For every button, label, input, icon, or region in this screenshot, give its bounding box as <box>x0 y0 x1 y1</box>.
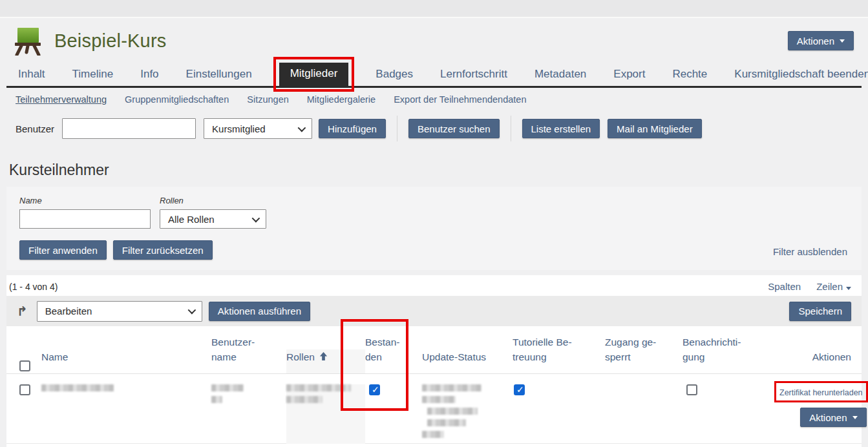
filter-name-input[interactable] <box>19 209 151 229</box>
header-actions-button[interactable]: Aktionen <box>788 31 854 50</box>
chevron-down-icon <box>187 306 196 315</box>
cell-benutzername-redacted <box>211 384 286 408</box>
liste-erstellen-label: Liste erstellen <box>531 123 591 134</box>
benutzer-suchen-label: Benutzer suchen <box>418 123 491 134</box>
cell-tutorielle-betreuung <box>513 384 605 397</box>
col-header-zugang-label: Zugang ge-sperrt <box>605 335 662 365</box>
toolbar-separator <box>511 116 511 141</box>
aktionen-ausfuehren-button[interactable]: Aktionen ausführen <box>209 302 310 321</box>
zertifikat-annotation-box: Zertifikat herunterladen <box>779 386 863 397</box>
filter-anwenden-label: Filter anwenden <box>28 245 98 256</box>
col-header-name[interactable]: Name <box>41 349 211 373</box>
filter-ausblenden-link[interactable]: Filter ausblenden <box>773 246 847 257</box>
filter-panel: Name Rollen Alle Rollen Filter anwenden … <box>6 187 862 270</box>
cell-name-redacted <box>41 384 211 396</box>
chevron-down-icon <box>852 416 858 419</box>
tab-rechte[interactable]: Rechte <box>672 64 707 86</box>
cell-update-status-redacted <box>422 384 513 442</box>
subtab-sitzungen[interactable]: Sitzungen <box>247 94 289 105</box>
members-table: (1 - 4 von 4) Spalten Zeilen ↱ Bearbeite… <box>6 275 862 447</box>
cell-benachrichtigung <box>683 384 779 397</box>
top-strip <box>0 0 868 18</box>
hinzufuegen-button[interactable]: Hinzufügen <box>319 119 386 138</box>
speichern-button[interactable]: Speichern <box>789 302 851 321</box>
tab-info[interactable]: Info <box>140 64 158 86</box>
tabbar-underline <box>6 86 862 88</box>
subtab-export-teilnehmendendaten[interactable]: Export der Teilnehmendendaten <box>394 94 526 105</box>
tab-metadaten[interactable]: Metadaten <box>535 64 586 86</box>
subtab-mitgliedergalerie[interactable]: Mitgliedergalerie <box>307 94 376 105</box>
col-header-rollen-sorted[interactable]: Rollen <box>286 349 365 373</box>
benutzer-input[interactable] <box>62 118 196 139</box>
table-row: Zertifikat herunterladen Aktionen <box>6 374 862 444</box>
cell-bestanden <box>365 384 422 397</box>
tutorielle-betreuung-checkbox[interactable] <box>514 384 525 395</box>
bulk-action-bar: ↱ Bearbeiten Aktionen ausführen Speicher… <box>6 296 862 326</box>
cell-rollen-redacted <box>286 384 365 444</box>
mail-an-mitglieder-label: Mail an Mitglieder <box>617 123 693 134</box>
filter-rollen-select[interactable]: Alle Rollen <box>160 209 266 229</box>
subtab-teilnehmerverwaltung[interactable]: Teilnehmerverwaltung <box>16 94 107 105</box>
table-header-row: Name Benutzer-name Rollen Bestan-den Upd… <box>6 326 862 374</box>
col-header-bestanden[interactable]: Bestan-den <box>365 335 422 374</box>
bulk-action-value: Bearbeiten <box>45 306 92 317</box>
tab-lernfortschritt[interactable]: Lernfortschritt <box>440 64 507 86</box>
select-all-checkbox[interactable] <box>19 360 30 371</box>
subtab-bar: Teilnehmerverwaltung Gruppenmitgliedscha… <box>16 94 862 105</box>
speichern-label: Speichern <box>798 306 842 317</box>
spalten-link[interactable]: Spalten <box>768 281 801 292</box>
col-header-benutzername[interactable]: Benutzer-name <box>211 335 286 374</box>
col-header-aktionen: Aktionen <box>779 349 862 373</box>
row-aktionen-label: Aktionen <box>809 412 847 423</box>
filter-rollen-value: Alle Rollen <box>168 214 215 225</box>
tab-bar: Inhalt Timeline Info Einstellungen Mitgl… <box>18 62 862 86</box>
col-header-tutorielle-betreuung[interactable]: Tutorielle Be-treuung <box>513 335 605 374</box>
aktionen-ausfuehren-label: Aktionen ausführen <box>218 306 301 317</box>
bestanden-checkbox[interactable] <box>369 384 380 395</box>
benachrichtigung-checkbox[interactable] <box>686 384 697 395</box>
chevron-down-icon <box>840 39 845 43</box>
zeilen-dropdown[interactable]: Zeilen <box>816 281 851 292</box>
bulk-action-select[interactable]: Bearbeiten <box>37 301 202 322</box>
benutzer-suchen-button[interactable]: Benutzer suchen <box>408 119 500 138</box>
page-header: Beispiel-Kurs Aktionen <box>0 18 868 58</box>
tab-kursmitgliedschaft-beenden[interactable]: Kursmitgliedschaft beenden <box>734 64 868 86</box>
filter-zuruecksetzen-label: Filter zurücksetzen <box>122 245 204 256</box>
row-select-checkbox[interactable] <box>19 384 30 395</box>
member-toolbar: Benutzer Kursmitglied Hinzufügen Benutze… <box>9 118 868 140</box>
apply-to-selection-icon: ↱ <box>17 304 28 319</box>
chevron-down-icon <box>252 214 260 222</box>
col-header-rollen-label: Rollen <box>286 351 315 362</box>
section-title: Kursteilnehmer <box>9 161 868 179</box>
tab-einstellungen[interactable]: Einstellungen <box>186 64 252 86</box>
course-icon <box>13 26 43 56</box>
tab-inhalt[interactable]: Inhalt <box>18 64 45 86</box>
row-aktionen-button[interactable]: Aktionen <box>800 408 866 427</box>
zertifikat-herunterladen-link[interactable]: Zertifikat herunterladen <box>779 388 863 397</box>
col-header-update-status[interactable]: Update-Status <box>422 349 513 373</box>
col-header-zugang-gesperrt[interactable]: Zugang ge-sperrt <box>605 335 683 374</box>
mail-an-mitglieder-button[interactable]: Mail an Mitglieder <box>608 119 702 138</box>
benutzer-label: Benutzer <box>16 123 54 134</box>
role-select-value: Kursmitglied <box>212 123 266 134</box>
page-title: Beispiel-Kurs <box>54 30 166 52</box>
tab-export[interactable]: Export <box>613 64 645 86</box>
sort-ascending-icon <box>319 351 328 361</box>
liste-erstellen-button[interactable]: Liste erstellen <box>522 119 600 138</box>
header-actions-label: Aktionen <box>797 36 834 47</box>
col-header-benachrichtigung[interactable]: Benachrichti-gung <box>683 335 779 374</box>
filter-anwenden-button[interactable]: Filter anwenden <box>19 240 107 260</box>
filter-name-label: Name <box>19 196 151 205</box>
tab-mitglieder[interactable]: Mitglieder <box>279 63 349 86</box>
tab-badges[interactable]: Badges <box>376 64 413 86</box>
hinzufuegen-label: Hinzufügen <box>328 123 377 134</box>
filter-rollen-label: Rollen <box>160 196 266 205</box>
col-header-bestanden-label: Bestan-den <box>365 335 408 365</box>
cell-aktionen: Zertifikat herunterladen Aktionen <box>779 384 868 427</box>
role-select[interactable]: Kursmitglied <box>204 118 312 139</box>
col-header-tutorielle-label: Tutorielle Be-treuung <box>513 335 580 365</box>
filter-zuruecksetzen-button[interactable]: Filter zurücksetzen <box>113 240 213 260</box>
result-count: (1 - 4 von 4) <box>9 282 58 292</box>
subtab-gruppenmitgliedschaften[interactable]: Gruppenmitgliedschaften <box>125 94 229 105</box>
tab-timeline[interactable]: Timeline <box>72 64 114 86</box>
